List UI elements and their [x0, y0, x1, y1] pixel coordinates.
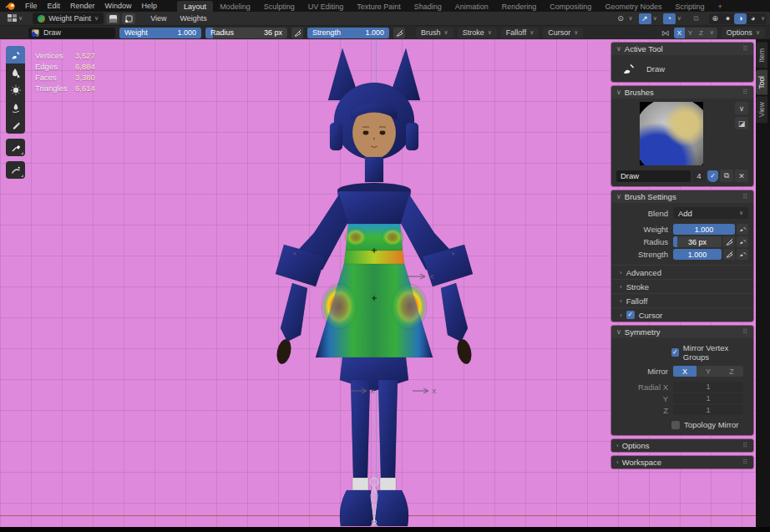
falloff-dropdown[interactable]: Falloff∨ — [501, 28, 539, 38]
strength-pressure-toggle-sb[interactable] — [723, 249, 735, 260]
tab-scripting[interactable]: Scripting — [668, 1, 711, 12]
brush-preview[interactable] — [640, 102, 703, 165]
sidebar-tab-item[interactable]: Item — [756, 43, 767, 68]
sidebar-tab-view[interactable]: View — [756, 96, 767, 123]
strength-unified-toggle[interactable] — [737, 249, 748, 260]
tool-gradient-button[interactable] — [6, 116, 25, 134]
mirror-x-button[interactable]: X — [674, 28, 685, 38]
tab-add-workspace[interactable]: + — [711, 1, 728, 12]
tab-modeling[interactable]: Modeling — [213, 1, 257, 12]
active-tool-button[interactable]: Draw — [28, 28, 115, 38]
radius-pressure-toggle[interactable] — [291, 28, 303, 38]
symmetry-panel-header[interactable]: ∨ Symmetry ⠿ — [611, 326, 753, 338]
options-dropdown[interactable]: Options∨ — [722, 28, 765, 38]
symmetry-z-button[interactable]: Z — [720, 366, 743, 377]
brush-dropdown[interactable]: Brush∨ — [416, 28, 453, 38]
menu-window[interactable]: Window — [100, 1, 137, 11]
subpanel-stroke[interactable]: ›Stroke — [611, 279, 753, 293]
blend-dropdown[interactable]: Add∨ — [673, 207, 748, 219]
vertex-mask-toggle[interactable] — [122, 13, 135, 24]
mode-selector[interactable]: Weight Paint ∨ — [33, 13, 104, 24]
mirror-y-button[interactable]: Y — [685, 28, 696, 38]
brush-users-count[interactable]: 4 — [692, 170, 706, 182]
tool-annotate-button[interactable] — [6, 161, 25, 179]
unlink-brush-button[interactable]: ✕ — [735, 170, 748, 182]
panel-grip-icon[interactable]: ⠿ — [742, 193, 748, 200]
proportional-editing-button[interactable]: ◔ — [663, 13, 676, 24]
weight-slider-sb[interactable]: 1.000 — [673, 224, 735, 235]
topology-mirror-checkbox[interactable] — [671, 421, 680, 429]
tab-animation[interactable]: Animation — [448, 1, 495, 12]
tab-uv-editing[interactable]: UV Editing — [301, 1, 351, 12]
radial-y-field[interactable]: 1 — [673, 393, 743, 403]
shading-solid-button[interactable]: ● — [722, 13, 734, 24]
xray-toggle[interactable]: ⧉ — [690, 13, 702, 24]
tab-layout[interactable]: Layout — [177, 1, 213, 12]
radius-slider[interactable]: Radius 36 px — [205, 28, 287, 38]
cursor-dropdown[interactable]: Cursor∨ — [543, 28, 583, 38]
strength-slider[interactable]: Strength 1.000 — [307, 28, 389, 38]
strength-pressure-toggle[interactable] — [393, 28, 405, 38]
weight-unified-toggle[interactable] — [737, 224, 748, 235]
shading-wireframe-button[interactable]: ⊕ — [709, 13, 722, 24]
cursor-checkbox[interactable]: ✓ — [626, 311, 635, 319]
paint-mask-toggle[interactable] — [106, 13, 119, 24]
symmetry-x-button[interactable]: X — [673, 366, 697, 377]
tab-shading[interactable]: Shading — [408, 1, 448, 12]
menu-help[interactable]: Help — [137, 1, 163, 11]
strength-slider-sb[interactable]: 1.000 — [673, 249, 722, 260]
sidebar-tab-tool[interactable]: Tool — [756, 70, 767, 95]
duplicate-brush-button[interactable]: ⧉ — [720, 170, 733, 182]
subpanel-advanced[interactable]: ›Advanced — [611, 265, 753, 279]
panel-grip-icon[interactable]: ⠿ — [742, 442, 748, 449]
brush-select-dropdown[interactable]: ∨ — [735, 102, 748, 114]
shading-material-preview-button[interactable]: ◑ — [734, 13, 747, 24]
panel-grip-icon[interactable]: ⠿ — [742, 89, 748, 96]
tool-average-button[interactable] — [6, 81, 25, 99]
snapping-toggle[interactable]: ↗ — [639, 13, 651, 24]
radial-z-field[interactable]: 1 — [673, 405, 743, 415]
tool-draw-button[interactable] — [6, 46, 25, 63]
options-panel-header[interactable]: ›Options ⠿ — [611, 439, 753, 452]
tab-sculpting[interactable]: Sculpting — [257, 1, 301, 12]
menu-file[interactable]: File — [20, 1, 43, 11]
tab-texture-paint[interactable]: Texture Paint — [350, 1, 408, 12]
radial-x-field[interactable]: 1 — [673, 382, 743, 392]
brush-image-button[interactable]: ◪ — [735, 117, 748, 129]
menu-render[interactable]: Render — [65, 1, 100, 11]
stroke-dropdown[interactable]: Stroke∨ — [458, 28, 497, 38]
workspace-panel-header[interactable]: ›Workspace ⠿ — [611, 456, 753, 469]
panel-grip-icon[interactable]: ⠿ — [742, 459, 748, 466]
radius-unified-toggle[interactable] — [737, 236, 748, 247]
chevron-down-icon[interactable]: ∨ — [759, 15, 767, 22]
active-tool-panel-header[interactable]: ∨ Active Tool ⠿ — [611, 43, 753, 55]
subpanel-cursor[interactable]: ›✓Cursor — [611, 307, 753, 322]
viewport-3d[interactable]: X X X ✕ ✕ — [0, 39, 756, 527]
pivot-point-dropdown[interactable]: ⊙ — [615, 13, 627, 24]
weight-slider[interactable]: Weight 1.000 — [119, 28, 201, 38]
fake-user-toggle[interactable]: ✓ — [707, 170, 718, 182]
subpanel-falloff[interactable]: ›Falloff — [611, 293, 753, 307]
tool-blur-button[interactable] — [6, 63, 25, 81]
menu-view[interactable]: View — [144, 14, 173, 23]
brush-name-field[interactable]: Draw — [616, 170, 691, 182]
menu-weights[interactable]: Weights — [173, 14, 213, 23]
panel-grip-icon[interactable]: ⠿ — [742, 45, 748, 53]
tab-rendering[interactable]: Rendering — [495, 1, 544, 12]
mirror-more-dropdown[interactable]: ∨ — [707, 28, 717, 38]
panel-grip-icon[interactable]: ⠿ — [742, 328, 748, 336]
tool-smear-button[interactable] — [6, 99, 25, 116]
menu-edit[interactable]: Edit — [43, 1, 66, 11]
shading-rendered-button[interactable]: ◕ — [747, 13, 759, 24]
tab-geometry-nodes[interactable]: Geometry Nodes — [598, 1, 668, 12]
blender-logo-icon[interactable] — [5, 2, 16, 11]
tool-sample-weight-button[interactable] — [6, 139, 25, 156]
mirror-vertex-groups-checkbox[interactable]: ✓ — [671, 348, 679, 357]
mirror-z-button[interactable]: Z — [696, 28, 707, 38]
symmetry-y-button[interactable]: Y — [697, 366, 720, 377]
radius-pressure-toggle-sb[interactable] — [723, 236, 735, 247]
editor-type-button[interactable]: ∨ — [4, 13, 26, 23]
brushes-panel-header[interactable]: ∨ Brushes ⠿ — [611, 86, 753, 99]
brush-settings-header[interactable]: ∨ Brush Settings ⠿ — [611, 190, 753, 203]
tab-compositing[interactable]: Compositing — [543, 1, 598, 12]
